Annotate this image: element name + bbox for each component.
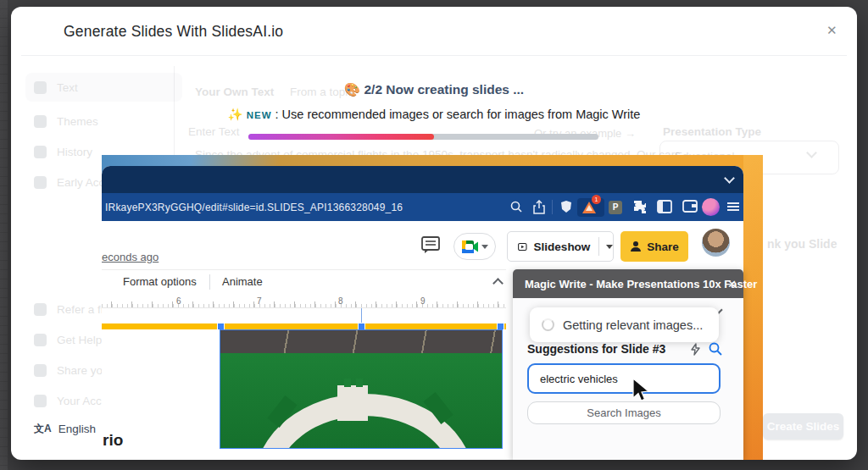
meet-button[interactable]: [453, 233, 496, 260]
loading-toast: Getting relevant images...: [530, 307, 719, 342]
modal-title: Generate Slides With SlidesAI.io: [64, 23, 283, 41]
gift-icon: [34, 303, 47, 316]
language-selector[interactable]: 文A English: [34, 422, 96, 436]
extension-p-icon[interactable]: P: [609, 201, 622, 214]
announcement-line: ✨ NEW : Use recommended images or search…: [11, 108, 857, 122]
spinner-icon: [542, 318, 554, 331]
account-icon: [34, 395, 47, 407]
mail-icon: [34, 364, 47, 377]
rocket-icon: [34, 176, 47, 189]
enter-text-label: Enter Text: [188, 125, 240, 138]
close-icon[interactable]: ✕: [727, 278, 737, 290]
zoom-icon[interactable]: [510, 201, 523, 213]
mouse-cursor-icon: [632, 378, 652, 403]
pavement-bricks: [220, 330, 503, 353]
generate-slides-modal: Generate Slides With SlidesAI.io ✕ Text …: [11, 7, 857, 460]
slideshow-button[interactable]: Slideshow: [507, 231, 614, 262]
marking-notch: [344, 379, 351, 387]
demo-video-frame: IRkayePX3RyGGHQ/edit#slide=id.SLIDES_API…: [102, 155, 763, 460]
translate-icon: 文A: [34, 422, 52, 436]
progress-bar: [248, 134, 598, 140]
extensions-puzzle-icon[interactable]: [632, 200, 647, 214]
meet-icon: [462, 241, 479, 253]
last-edit-link[interactable]: econds ago: [102, 251, 159, 263]
presentation-type-label: Presentation Type: [663, 125, 761, 138]
sidebar-panel-icon[interactable]: [657, 200, 672, 213]
help-icon: [34, 334, 47, 346]
image-search-input[interactable]: [527, 363, 721, 394]
marking-notch: [356, 379, 363, 387]
status-text: 2/2 Now creating slides ...: [364, 82, 525, 97]
history-icon: [34, 146, 47, 158]
palette-emoji-icon: 🎨: [344, 82, 360, 97]
magic-write-title: Magic Write - Make Presentations 10x Fas…: [525, 278, 757, 290]
animate-menu[interactable]: Animate: [222, 275, 263, 288]
title-divider: [21, 55, 847, 56]
marking-plug: [337, 385, 368, 421]
wallet-icon[interactable]: [682, 200, 698, 213]
notification-badge: 1: [592, 195, 601, 204]
magic-write-header[interactable]: Magic Write - Make Presentations 10x Fas…: [513, 269, 743, 298]
ruler-number: 6: [176, 296, 181, 306]
wallpaper-strip: [743, 155, 763, 460]
new-badge: NEW: [247, 110, 272, 120]
format-options-menu[interactable]: Format options: [123, 275, 197, 288]
search-images-button[interactable]: Search Images: [527, 401, 721, 424]
person-icon: [630, 241, 642, 252]
sparkle-icon: ✨: [228, 108, 243, 121]
chevron-down-icon[interactable]: [606, 245, 613, 249]
button-divider: [598, 237, 599, 256]
create-slides-label: Create Slides: [767, 420, 840, 433]
urlbar-divider: [552, 200, 553, 214]
suggestions-title: Suggestions for Slide #3: [527, 342, 665, 356]
thank-you-slide-fragment: nk you Slide: [767, 237, 837, 251]
toast-text: Getting relevant images...: [563, 318, 703, 332]
slide-text-fragment: rio: [103, 431, 123, 450]
play-icon: [518, 241, 527, 253]
share-button[interactable]: Share: [620, 231, 688, 262]
progress-fill: [248, 134, 434, 140]
slide-accent-bar: [102, 323, 506, 329]
ruler: [102, 295, 506, 308]
sidebar-item-label: History: [57, 146, 92, 158]
sidebar-item-label: Get Help: [57, 334, 102, 346]
brave-shield-icon[interactable]: [560, 200, 572, 213]
comment-icon[interactable]: [421, 236, 440, 254]
user-avatar[interactable]: [702, 229, 730, 257]
toolbar-divider: [209, 274, 210, 290]
search-icon[interactable]: [709, 342, 722, 356]
browser-urlbar[interactable]: IRkayePX3RyGGHQ/edit#slide=id.SLIDES_API…: [102, 193, 743, 221]
ruler-number: 9: [420, 296, 426, 306]
pavement-green: [220, 353, 503, 449]
ruler-number: 8: [338, 296, 343, 306]
screen: Generate Slides With SlidesAI.io ✕ Text …: [0, 0, 868, 470]
create-slides-button[interactable]: Create Slides: [763, 413, 843, 440]
share-label: Share: [647, 241, 679, 253]
ruler-number: 7: [257, 296, 262, 306]
browser-menu-icon[interactable]: [727, 202, 739, 211]
slideshow-label: Slideshow: [534, 241, 591, 253]
magic-write-panel: Magic Write - Make Presentations 10x Fas…: [513, 269, 743, 460]
close-icon[interactable]: ✕: [826, 23, 837, 38]
slide-canvas[interactable]: rio: [102, 308, 506, 460]
slide-image-ev-parking[interactable]: [220, 329, 503, 449]
background-ruler-strip: [0, 0, 8, 470]
rotation-handle-line: [361, 308, 362, 323]
language-label: English: [58, 423, 96, 435]
profile-avatar-icon[interactable]: [702, 198, 720, 216]
status-line: 🎨 2/2 Now creating slides ...: [11, 82, 857, 97]
share-page-icon[interactable]: [533, 200, 545, 214]
notification-icon-box[interactable]: 1: [577, 198, 604, 217]
magic-lightning-icon[interactable]: [690, 343, 701, 356]
search-images-label: Search Images: [587, 406, 660, 419]
announcement-text: : Use recommended images or search for i…: [275, 108, 641, 121]
chevron-down-icon: [481, 245, 488, 249]
chevron-down-icon[interactable]: [724, 173, 735, 184]
browser-tabbar: [102, 166, 743, 193]
url-text: IRkayePX3RyGGHQ/edit#slide=id.SLIDES_API…: [105, 202, 403, 213]
